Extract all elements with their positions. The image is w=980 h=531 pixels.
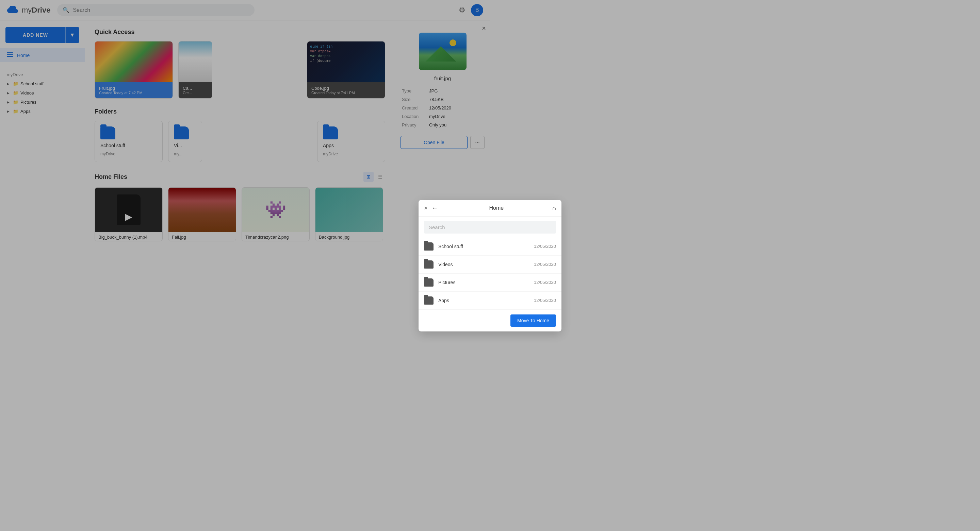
dialog-title: Home	[441, 205, 490, 211]
dialog-close-button[interactable]: ×	[424, 204, 428, 212]
dialog-item-name-school: School stuff	[438, 244, 490, 249]
dialog-folder-icon	[424, 260, 434, 266]
move-dialog: × ← Home ⌂ Search School stuff 12/05/202…	[418, 200, 490, 266]
dialog-item-videos[interactable]: Videos 12/05/2020	[418, 256, 490, 266]
dialog-back-button[interactable]: ←	[432, 204, 438, 212]
dialog-item-school-stuff[interactable]: School stuff 12/05/2020	[418, 238, 490, 256]
dialog-search-field[interactable]: Search	[424, 221, 490, 233]
move-dialog-overlay[interactable]: × ← Home ⌂ Search School stuff 12/05/202…	[0, 0, 490, 265]
dialog-header: × ← Home ⌂	[418, 200, 490, 217]
dialog-list: School stuff 12/05/2020 Videos 12/05/202…	[418, 238, 490, 266]
dialog-folder-icon	[424, 243, 434, 250]
dialog-item-name-videos: Videos	[438, 262, 490, 266]
